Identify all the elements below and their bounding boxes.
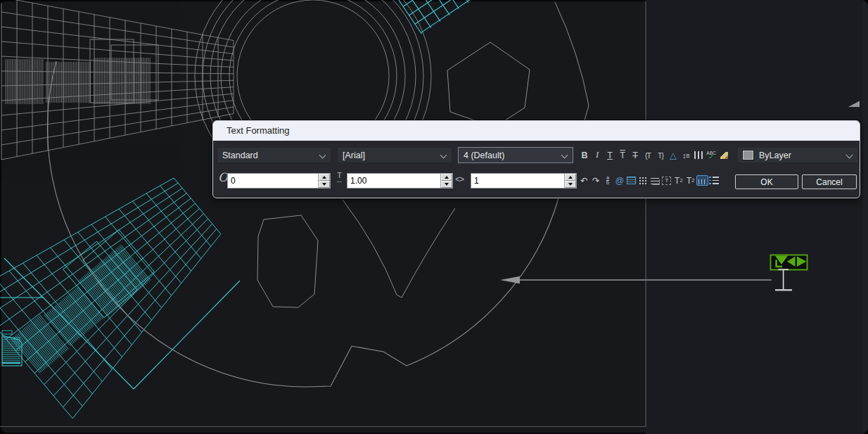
oblique-angle-icon: O <box>218 170 228 184</box>
make-uppercase-icon[interactable]: {T <box>642 148 654 162</box>
tracking-spinner <box>440 174 452 188</box>
font-combo[interactable]: [Arial] <box>337 147 452 163</box>
tracking-field <box>347 173 453 189</box>
italic-icon[interactable]: I <box>591 148 604 162</box>
dialog-titlebar[interactable]: Text Formatting <box>213 121 860 141</box>
width-factor-icon: <> <box>455 174 464 184</box>
column-width-grip[interactable] <box>771 255 808 270</box>
spin-up-button[interactable] <box>565 174 576 181</box>
hexagon-cutout <box>447 42 530 127</box>
text-frame-icon[interactable]: T <box>661 174 673 188</box>
match-properties-icon[interactable] <box>717 148 730 162</box>
application-window: Text Formatting Standard [Arial] 4 (Defa… <box>0 0 868 434</box>
format-icon-strip: BITTT{TT}△↕≡ABC✓ <box>578 147 730 163</box>
oblique-angle-input[interactable] <box>228 174 318 188</box>
right-viewport-shade <box>646 0 868 434</box>
color-swatch <box>743 151 753 160</box>
chevron-down-icon <box>319 152 326 159</box>
overline-icon[interactable]: T <box>616 148 629 162</box>
strikethrough-icon[interactable]: T <box>629 148 642 162</box>
text-color-combo[interactable]: ByLayer <box>737 147 858 163</box>
spell-check-icon[interactable]: ABC✓ <box>705 148 717 162</box>
text-color-value: ByLayer <box>759 151 791 160</box>
width-factor-spinner <box>564 174 576 188</box>
subscript-icon[interactable]: T2 <box>684 174 696 188</box>
spin-down-button[interactable] <box>565 181 576 188</box>
distribute-icon[interactable] <box>637 174 649 188</box>
stack-icon[interactable]: ab <box>602 174 614 188</box>
spin-down-button[interactable] <box>441 181 452 188</box>
cyan-mini-mesh <box>385 0 497 34</box>
paragraph-icon[interactable] <box>649 174 661 188</box>
drawing-canvas[interactable] <box>0 0 868 434</box>
text-height-value: 4 (Default) <box>464 151 504 160</box>
text-style-combo[interactable]: Standard <box>217 147 331 163</box>
spin-down-button[interactable] <box>319 181 330 188</box>
line-spacing-icon[interactable]: ↕≡ <box>679 148 692 162</box>
meshed-part <box>1 0 234 160</box>
width-factor-field <box>471 173 577 189</box>
oblique-spinner <box>318 174 330 188</box>
underline-icon[interactable]: T <box>604 148 616 162</box>
bullets-numbering-icon[interactable] <box>708 174 720 188</box>
bold-icon[interactable]: B <box>578 148 591 162</box>
spin-up-button[interactable] <box>441 174 452 181</box>
superscript-icon[interactable]: T2 <box>672 174 684 188</box>
font-value: [Arial] <box>343 151 365 160</box>
columns-icon[interactable] <box>692 148 705 162</box>
tracking-input[interactable] <box>347 174 440 188</box>
chevron-down-icon <box>440 152 447 159</box>
spin-up-button[interactable] <box>319 174 330 181</box>
chevron-down-icon <box>561 152 568 159</box>
text-style-value: Standard <box>222 151 258 160</box>
oblique-angle-field <box>227 173 331 189</box>
tracking-icon: T ↔ <box>332 172 347 184</box>
width-factor-input[interactable] <box>471 174 564 188</box>
insert-field-icon[interactable] <box>625 174 637 188</box>
ruler-toggle-icon[interactable] <box>696 174 708 188</box>
redo-icon[interactable]: ↷ <box>590 174 602 188</box>
text-formatting-dialog: Text Formatting Standard [Arial] 4 (Defa… <box>212 120 860 198</box>
dialog-body: Standard [Arial] 4 (Default) BITTT{TT}△↕… <box>213 141 860 198</box>
large-gear-outline <box>48 61 559 387</box>
make-lowercase-icon[interactable]: T} <box>654 148 667 162</box>
cancel-button[interactable]: Cancel <box>802 174 857 189</box>
tool-icon-strip: ↶↷ab@TT2T2 <box>578 172 720 189</box>
gear-rim-arc <box>555 2 589 120</box>
undo-icon[interactable]: ↶ <box>578 174 590 188</box>
ok-button[interactable]: OK <box>735 174 798 189</box>
window-right-edge <box>862 0 868 434</box>
chevron-down-icon <box>846 152 853 159</box>
symbol-icon[interactable]: @ <box>613 174 625 188</box>
annotative-icon[interactable]: △ <box>667 148 679 162</box>
pentagon-cutout <box>257 215 318 307</box>
text-height-combo[interactable]: 4 (Default) <box>458 147 573 163</box>
spoke-window <box>343 200 455 298</box>
